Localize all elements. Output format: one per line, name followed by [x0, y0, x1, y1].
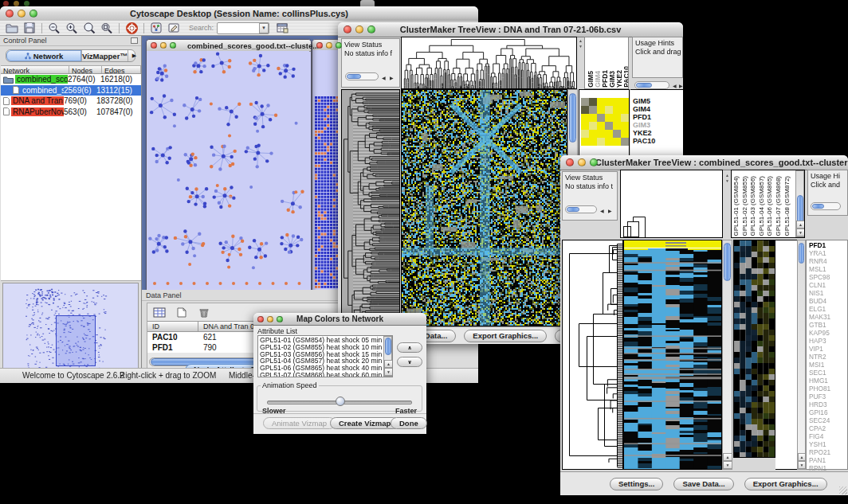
treeview1-titlebar[interactable]: ClusterMaker TreeView : DNA and Tran 07-…	[338, 22, 683, 37]
zoom-selected-icon[interactable]	[98, 21, 116, 35]
zoom-in-icon[interactable]	[63, 21, 80, 35]
treeview1-usage-scrollbar[interactable]	[634, 81, 669, 89]
network-table-row[interactable]: combined_sco2569(6)13112(15)	[1, 85, 141, 96]
network-table-row[interactable]: combined_scores2764(0)16218(0)	[1, 74, 141, 85]
done-button[interactable]: Done	[391, 417, 427, 429]
scroll-down-icon[interactable]: ▼	[798, 461, 806, 469]
scroll-up-icon[interactable]: ▲	[798, 453, 806, 461]
treeview2-row-dendrogram[interactable]	[562, 240, 623, 470]
treeview2-labels-vscrollbar[interactable]: ▲ ▼	[797, 240, 806, 470]
scroll-down-icon[interactable]: ▼	[723, 461, 732, 469]
scroll-up-icon[interactable]: ▲	[796, 221, 805, 229]
attribute-list-scrollbar[interactable]: ▲ ▼	[383, 336, 392, 377]
view-status-scrollbar[interactable]	[345, 72, 379, 80]
network-overview-icon[interactable]	[147, 21, 165, 35]
scroll-up-icon[interactable]: ▲	[384, 360, 393, 368]
minimize-button[interactable]	[578, 158, 586, 166]
treeview2-heatmap-vscrollbar[interactable]: ▲ ▼	[722, 240, 732, 470]
scroll-right-icon[interactable]: ▶	[390, 74, 394, 83]
attribute-list-item[interactable]: GPL51-07 (GSM868) heat shock 60 min	[260, 372, 391, 377]
attribute-browser-icon[interactable]	[273, 21, 291, 35]
network-edges-count: 13112(15)	[96, 86, 132, 95]
network-table-row[interactable]: DNA and Tran 07769(0)183728(0)	[1, 96, 141, 107]
move-down-button[interactable]: ∨	[397, 357, 422, 367]
export-graphics-button[interactable]: Export Graphics...	[744, 478, 827, 490]
treeview2-collabel-scrollbar[interactable]: ▲ ▼	[795, 170, 804, 237]
network-overview-panel[interactable]	[2, 283, 139, 372]
zoom-button[interactable]	[367, 25, 375, 33]
dialog-titlebar[interactable]: Map Colors to Network	[253, 313, 426, 326]
frame1-window-controls[interactable]	[151, 42, 176, 49]
scroll-left-icon[interactable]: ◀	[673, 83, 677, 88]
network-table-row[interactable]: RNAPuberNov2+|563(0)107847(0)	[1, 107, 141, 118]
scroll-down-icon[interactable]: ▼	[796, 229, 805, 236]
settings-button[interactable]: Settings...	[610, 478, 663, 490]
tab-overflow-arrow[interactable]: ▶	[128, 50, 140, 61]
close-button[interactable]	[566, 158, 574, 166]
move-up-button[interactable]: ∧	[397, 342, 422, 353]
scroll-down-icon[interactable]: ▼	[384, 368, 393, 376]
network-table-header-cell[interactable]: Edges	[102, 66, 141, 73]
treeview2-zoom-heatmap[interactable]	[733, 240, 775, 458]
treeview2-column-dendrogram[interactable]	[620, 170, 723, 238]
treeview1-row-dendrogram[interactable]	[341, 89, 400, 326]
network-table-header-cell[interactable]: Network	[1, 66, 69, 73]
delete-attribute-icon[interactable]	[195, 306, 213, 319]
attribute-grid-icon[interactable]	[151, 306, 168, 319]
minimize-button[interactable]	[267, 316, 273, 322]
close-button[interactable]	[257, 316, 264, 322]
scroll-left-icon[interactable]: ◀	[600, 207, 604, 216]
zoom-out-icon[interactable]	[45, 21, 63, 35]
float-window-icon[interactable]	[131, 37, 138, 44]
main-titlebar[interactable]: Cytoscape Desktop (Session Name: collins…	[0, 6, 478, 21]
animate-vizmap-button[interactable]: Animate Vizmap	[263, 417, 336, 429]
zoom-fit-icon[interactable]	[80, 21, 98, 35]
close-button[interactable]	[6, 10, 14, 18]
annotation-icon[interactable]	[165, 21, 183, 35]
view-status-scrollbar[interactable]	[565, 205, 597, 213]
minimize-button[interactable]	[14, 1, 19, 6]
treeview2-dendro-scroll-arrows[interactable]: ▲▼	[724, 173, 730, 221]
scroll-up-icon[interactable]: ▲	[723, 453, 732, 461]
scroll-right-icon[interactable]: ▶	[679, 83, 683, 88]
animation-speed-slider[interactable]	[267, 397, 410, 406]
resize-grip-icon[interactable]	[839, 486, 847, 494]
zoom-button[interactable]	[24, 1, 29, 6]
attribute-list[interactable]: GPL51-01 (GSM854) heat shock 05 minGPL51…	[257, 335, 393, 377]
network-table-header-cell[interactable]: Nodes	[69, 66, 102, 73]
export-graphics-button[interactable]: Export Graphics...	[464, 330, 547, 342]
zoom-button[interactable]	[277, 316, 283, 322]
minimize-button[interactable]	[18, 10, 26, 18]
tab-vizmapper[interactable]: VizMapper™	[82, 50, 128, 61]
usage-hints-scrollbar[interactable]	[811, 202, 841, 210]
search-dropdown-arrow-icon[interactable]: ▼	[259, 23, 269, 33]
treeview1-column-dendrogram[interactable]	[401, 37, 577, 89]
help-lifering-icon[interactable]	[123, 21, 140, 35]
scroll-left-icon[interactable]: ◀	[382, 74, 386, 83]
tab-network[interactable]: Network	[6, 50, 82, 61]
treeview1-zoom-row-label: PFD1	[633, 113, 655, 121]
treeview1-zoom-matrix[interactable]	[581, 98, 629, 146]
slider-thumb[interactable]	[336, 397, 345, 406]
close-button[interactable]	[3, 1, 9, 6]
zoom-button[interactable]	[590, 158, 598, 166]
network-name: DNA and Tran 07	[11, 96, 64, 105]
frame2-window-controls[interactable]	[316, 42, 342, 49]
treeview2-heatmap[interactable]	[623, 240, 722, 470]
zoom-button[interactable]	[29, 10, 37, 18]
save-data-button[interactable]: Save Data...	[673, 478, 733, 490]
new-attribute-icon[interactable]	[173, 306, 190, 319]
data-table-header-cell[interactable]: ID	[147, 322, 198, 331]
network-frame-1[interactable]: combined_scores_good.txt--cluste...	[146, 39, 312, 292]
minimize-button[interactable]	[355, 25, 363, 33]
scroll-right-icon[interactable]: ▶	[608, 207, 612, 216]
create-vizmap-button[interactable]: Create Vizmap	[330, 417, 399, 429]
save-icon[interactable]	[21, 21, 38, 35]
treeview2-titlebar[interactable]: ClusterMaker TreeView : combined_scores_…	[560, 155, 848, 170]
treeview1-heatmap[interactable]	[401, 89, 567, 326]
search-combobox[interactable]: ▼	[217, 22, 269, 34]
close-button[interactable]	[344, 25, 351, 33]
open-folder-icon[interactable]	[3, 21, 21, 35]
search-input[interactable]	[218, 23, 259, 33]
treeview1-dendro-scroll-arrows[interactable]: ▲▼	[578, 38, 583, 88]
